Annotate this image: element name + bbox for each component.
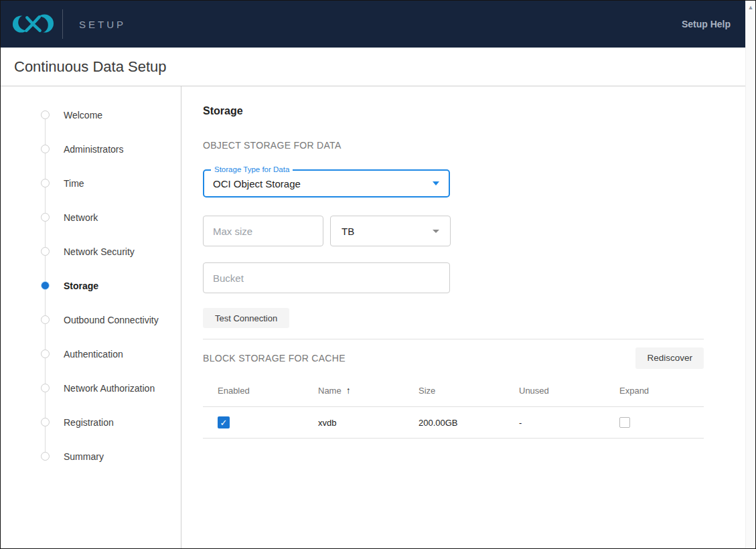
scroll-up-icon[interactable]: ▲ xyxy=(746,1,755,11)
column-header-size: Size xyxy=(419,386,519,396)
step-network[interactable]: Network xyxy=(1,200,181,234)
disk-name-cell: xvdb xyxy=(318,418,419,428)
disk-size-cell: 200.00GB xyxy=(419,418,519,428)
step-label: Network Security xyxy=(64,246,135,257)
enabled-cell: ✓ xyxy=(218,416,318,428)
viewport: SETUP Setup Help Continuous Data Setup W… xyxy=(1,1,745,548)
step-outbound-connectivity[interactable]: Outbound Connectivity xyxy=(1,303,181,337)
step-label: Administrators xyxy=(64,144,123,155)
size-field-row: TB xyxy=(203,216,704,246)
table-row: ✓ xvdb 200.00GB - xyxy=(203,407,704,439)
storage-type-value: OCI Object Storage xyxy=(213,178,301,189)
size-unit-select[interactable]: TB xyxy=(330,216,451,246)
app-window: SETUP Setup Help Continuous Data Setup W… xyxy=(0,0,756,549)
step-label: Time xyxy=(64,178,84,189)
product-label: SETUP xyxy=(79,19,126,30)
enabled-checkbox[interactable]: ✓ xyxy=(218,416,230,428)
step-circle-icon xyxy=(41,247,50,256)
section-divider xyxy=(203,339,704,339)
chevron-down-icon xyxy=(433,181,439,185)
expand-cell xyxy=(619,417,719,428)
column-header-name-sortable[interactable]: Name↑ xyxy=(318,385,419,396)
panel-heading: Storage xyxy=(203,105,704,117)
step-circle-icon xyxy=(41,145,50,153)
app-header: SETUP Setup Help xyxy=(1,1,745,48)
step-label: Network xyxy=(64,212,98,223)
storage-type-select[interactable]: Storage Type for Data OCI Object Storage xyxy=(203,169,450,198)
step-label: Registration xyxy=(64,417,114,428)
step-time[interactable]: Time xyxy=(1,166,181,200)
disk-unused-cell: - xyxy=(519,418,619,428)
step-circle-icon xyxy=(41,452,50,461)
step-label: Authentication xyxy=(64,349,123,360)
page-body: Welcome Administrators Time Network Netw… xyxy=(1,86,745,548)
page-title: Continuous Data Setup xyxy=(14,58,167,76)
block-storage-section-header: BLOCK STORAGE FOR CACHE Rediscover xyxy=(203,347,704,369)
object-storage-section-label: OBJECT STORAGE FOR DATA xyxy=(203,140,704,151)
max-size-input[interactable] xyxy=(203,216,323,246)
column-header-unused: Unused xyxy=(519,386,619,396)
column-header-label: Name xyxy=(318,386,342,396)
step-summary[interactable]: Summary xyxy=(1,439,181,473)
column-header-enabled: Enabled xyxy=(218,386,318,396)
vertical-scrollbar[interactable]: ▲ xyxy=(745,1,755,548)
step-circle-icon xyxy=(41,179,50,187)
app-logo-icon xyxy=(11,9,54,40)
setup-help-link[interactable]: Setup Help xyxy=(682,19,731,29)
step-circle-icon xyxy=(41,213,50,222)
test-connection-button[interactable]: Test Connection xyxy=(203,308,289,328)
chevron-down-icon xyxy=(433,230,439,233)
expand-checkbox[interactable] xyxy=(619,417,630,428)
table-header-row: Enabled Name↑ Size Unused Expand xyxy=(203,374,704,407)
step-label: Storage xyxy=(64,281,98,291)
step-circle-icon xyxy=(41,349,50,358)
step-network-security[interactable]: Network Security xyxy=(1,234,181,268)
step-label: Outbound Connectivity xyxy=(64,315,159,325)
step-label: Welcome xyxy=(64,110,102,121)
active-step-dot-icon xyxy=(41,281,50,290)
step-label: Summary xyxy=(64,451,104,462)
step-circle-icon xyxy=(41,315,50,324)
step-storage-active[interactable]: Storage xyxy=(1,268,181,303)
step-authentication[interactable]: Authentication xyxy=(1,337,181,371)
setup-stepper: Welcome Administrators Time Network Netw… xyxy=(1,86,181,548)
step-circle-icon xyxy=(41,110,50,119)
size-unit-value: TB xyxy=(342,226,354,237)
step-network-authorization[interactable]: Network Authorization xyxy=(1,371,181,405)
column-header-expand: Expand xyxy=(619,386,719,396)
block-storage-table: Enabled Name↑ Size Unused Expand ✓ xvdb xyxy=(203,374,704,439)
step-circle-icon xyxy=(41,384,50,392)
step-registration[interactable]: Registration xyxy=(1,405,181,439)
step-label: Network Authorization xyxy=(64,383,155,394)
title-bar: Continuous Data Setup xyxy=(1,48,745,86)
step-welcome[interactable]: Welcome xyxy=(1,98,181,132)
sort-ascending-icon: ↑ xyxy=(346,385,351,396)
rediscover-button[interactable]: Rediscover xyxy=(635,347,704,369)
step-circle-icon xyxy=(41,418,50,426)
storage-panel: Storage OBJECT STORAGE FOR DATA Storage … xyxy=(181,86,704,548)
storage-type-label: Storage Type for Data xyxy=(211,165,293,173)
step-administrators[interactable]: Administrators xyxy=(1,132,181,166)
block-storage-section-label: BLOCK STORAGE FOR CACHE xyxy=(203,353,346,364)
header-divider xyxy=(62,9,63,39)
bucket-input[interactable] xyxy=(203,262,450,293)
